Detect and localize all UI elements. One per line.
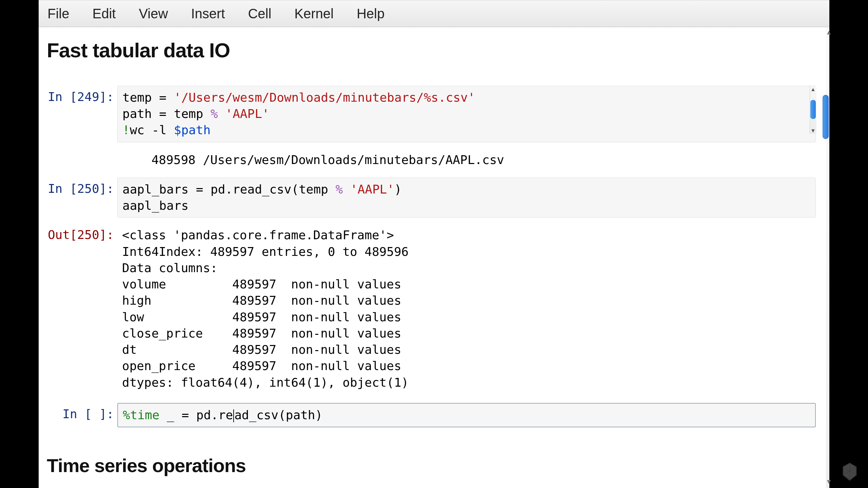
code-input-active[interactable]: %time _ = pd.read_csv(path): [117, 403, 816, 427]
input-prompt: In [250]:: [47, 178, 117, 196]
menu-kernel[interactable]: Kernel: [294, 6, 334, 21]
code-cell-249[interactable]: In [249]: temp = '/Users/wesm/Downloads/…: [47, 86, 826, 142]
input-prompt: In [249]:: [47, 86, 117, 104]
scroll-down-icon[interactable]: ▼: [810, 128, 816, 134]
code-cell-250[interactable]: In [250]: aapl_bars = pd.read_csv(temp %…: [47, 178, 826, 218]
scroll-thumb[interactable]: [810, 100, 816, 119]
code-text: ): [394, 182, 402, 196]
menu-insert[interactable]: Insert: [191, 6, 225, 21]
code-text: aapl_bars = pd.read_csv(temp: [122, 182, 336, 196]
scroll-up-icon[interactable]: ▴: [827, 28, 831, 37]
out-line: Data columns:: [122, 261, 218, 275]
app-window: File Edit View Insert Cell Kernel Help F…: [39, 0, 829, 488]
out-line: dt 489597 non-null values: [122, 343, 401, 357]
code-string: '/Users/wesm/Downloads/minutebars/%s.csv…: [174, 90, 475, 104]
code-shell-var: $path: [174, 123, 211, 137]
out-line: open_price 489597 non-null values: [122, 359, 401, 373]
menubar: File Edit View Insert Cell Kernel Help: [39, 0, 829, 27]
notebook-area: Fast tabular data IO In [249]: temp = '/…: [39, 27, 826, 488]
code-op: %: [336, 182, 343, 196]
out-line: volume 489597 non-null values: [122, 277, 401, 291]
stage: File Edit View Insert Cell Kernel Help F…: [0, 0, 868, 488]
code-op: %: [211, 107, 218, 121]
code-text: aapl_bars: [122, 199, 189, 212]
scroll-up-icon[interactable]: ▲: [810, 86, 816, 93]
code-text: _ = pd.re: [159, 408, 233, 422]
out-line: dtypes: float64(4), int64(1), object(1): [122, 375, 409, 389]
output-cell-249: 489598 /Users/wesm/Downloads/minutebars/…: [47, 148, 826, 171]
out-line: Int64Index: 489597 entries, 0 to 489596: [122, 245, 409, 259]
out-line: <class 'pandas.core.frame.DataFrame'>: [122, 228, 394, 242]
output-text: <class 'pandas.core.frame.DataFrame'> In…: [117, 224, 816, 394]
out-line: high 489597 non-null values: [122, 293, 401, 307]
notebook-inner: Fast tabular data IO In [249]: temp = '/…: [39, 27, 826, 476]
output-prompt-empty: [47, 148, 117, 152]
code-magic: %time: [123, 408, 159, 422]
code-input[interactable]: temp = '/Users/wesm/Downloads/minutebars…: [117, 86, 816, 142]
code-shell: wc -l: [130, 123, 174, 137]
stdout-text: 489598 /Users/wesm/Downloads/minutebars/…: [117, 148, 816, 171]
code-string: 'AAPL': [225, 107, 269, 121]
code-text: [218, 107, 225, 121]
section-heading: Fast tabular data IO: [47, 39, 826, 62]
code-input[interactable]: aapl_bars = pd.read_csv(temp % 'AAPL') a…: [117, 178, 816, 218]
output-prompt: Out[250]:: [47, 224, 117, 242]
watermark-logo-icon: [842, 462, 858, 481]
window-scroll-thumb[interactable]: [823, 95, 829, 139]
code-text: ad_csv(path): [234, 408, 322, 422]
menu-cell[interactable]: Cell: [248, 6, 271, 21]
code-cell-active[interactable]: In [ ]: %time _ = pd.read_csv(path): [47, 403, 826, 427]
text-caret: [233, 409, 234, 422]
code-text: temp =: [122, 90, 174, 104]
code-text: [343, 182, 350, 196]
cell-scrollbar[interactable]: ▲ ▼: [810, 86, 816, 134]
code-bang: !: [122, 123, 130, 137]
menu-file[interactable]: File: [47, 6, 69, 21]
out-line: low 489597 non-null values: [122, 310, 401, 324]
menu-help[interactable]: Help: [357, 6, 384, 21]
menu-view[interactable]: View: [139, 6, 168, 21]
input-prompt: In [ ]:: [47, 403, 117, 421]
output-cell-250: Out[250]: <class 'pandas.core.frame.Data…: [47, 224, 826, 394]
scroll-down-icon[interactable]: ▾: [827, 477, 831, 486]
section-heading: Time series operations: [47, 454, 826, 476]
out-line: close_price 489597 non-null values: [122, 326, 401, 340]
code-text: path = temp: [122, 107, 211, 121]
menu-edit[interactable]: Edit: [92, 6, 116, 21]
code-string: 'AAPL': [350, 182, 394, 196]
